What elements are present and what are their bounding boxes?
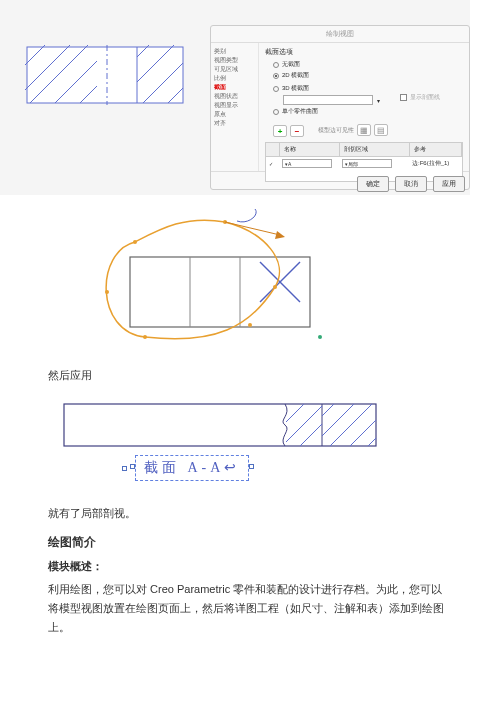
- apply-button[interactable]: 应用: [433, 176, 465, 192]
- svg-point-24: [318, 335, 322, 339]
- radio-no-section[interactable]: 无截面: [273, 60, 463, 69]
- svg-point-21: [105, 290, 109, 294]
- svg-rect-12: [130, 257, 310, 327]
- left-section-drawing: [25, 45, 185, 105]
- module-paragraph: 利用绘图，您可以对 Creo Parametric 零件和装配的设计进行存档。为…: [48, 580, 452, 636]
- svg-point-19: [273, 285, 277, 289]
- edge-vis-opt2[interactable]: ▤: [374, 124, 388, 136]
- after-apply-text: 然后应用: [48, 367, 452, 385]
- section-dialog: 绘制视图 类别 视图类型 可见区域 比例 截面 视图状态 视图显示 原点 对齐 …: [210, 25, 470, 190]
- svg-rect-25: [64, 404, 376, 446]
- th-area[interactable]: 剖切区域: [340, 143, 410, 156]
- sidebar-cat-2[interactable]: 可见区域: [214, 65, 255, 74]
- handle-left[interactable]: [130, 464, 135, 469]
- ok-button[interactable]: 确定: [357, 176, 389, 192]
- svg-point-20: [143, 335, 147, 339]
- cancel-button[interactable]: 取消: [395, 176, 427, 192]
- remove-section-button[interactable]: −: [290, 125, 304, 137]
- svg-point-17: [133, 240, 137, 244]
- dialog-category-sidebar: 类别 视图类型 可见区域 比例 截面 视图状态 视图显示 原点 对齐: [211, 43, 259, 171]
- th-name[interactable]: 名称: [280, 143, 340, 156]
- name-dropdown[interactable]: ▾ A: [282, 159, 332, 168]
- section-label[interactable]: 截面 A-A↩: [135, 455, 249, 481]
- sketch-area: [40, 207, 470, 357]
- radio-2d-section[interactable]: 2D 横截面: [273, 71, 463, 80]
- ref-cell: 边:F6(拉伸_1): [409, 158, 452, 169]
- sidebar-cat-3[interactable]: 比例: [214, 74, 255, 83]
- sidebar-cat-7[interactable]: 原点: [214, 110, 255, 119]
- dialog-title: 绘制视图: [211, 26, 469, 43]
- svg-rect-0: [27, 47, 183, 103]
- section-options-heading: 截面选项: [265, 47, 463, 57]
- area-dropdown[interactable]: ▾ 局部: [342, 159, 392, 168]
- result-figure: 截面 A-A↩: [60, 400, 452, 495]
- result-text: 就有了局部剖视。: [48, 505, 452, 523]
- 3d-section-input[interactable]: [283, 95, 373, 105]
- handle-outer[interactable]: [122, 466, 127, 471]
- model-edge-label: 模型边可见性: [318, 126, 354, 135]
- module-heading: 模块概述：: [48, 559, 452, 574]
- edge-vis-opt1[interactable]: ▦: [357, 124, 371, 136]
- intro-heading: 绘图简介: [48, 534, 452, 551]
- radio-3d-section[interactable]: 3D 横截面: [273, 84, 380, 93]
- th-expand: [266, 143, 280, 156]
- svg-point-22: [248, 323, 252, 327]
- show-hatch-checkbox[interactable]: [400, 94, 407, 101]
- sidebar-cat-5[interactable]: 视图状态: [214, 92, 255, 101]
- handle-right[interactable]: [249, 464, 254, 469]
- top-figure-area: 绘制视图 类别 视图类型 可见区域 比例 截面 视图状态 视图显示 原点 对齐 …: [0, 0, 470, 195]
- sidebar-cat-8[interactable]: 对齐: [214, 119, 255, 128]
- table-row[interactable]: ✓ ▾ A ▾ 局部 边:F6(拉伸_1): [266, 157, 462, 170]
- th-ref[interactable]: 参考: [410, 143, 462, 156]
- sidebar-cat-6[interactable]: 视图显示: [214, 101, 255, 110]
- sidebar-cat-1[interactable]: 视图类型: [214, 56, 255, 65]
- sidebar-cat-0[interactable]: 类别: [214, 47, 255, 56]
- add-section-button[interactable]: +: [273, 125, 287, 137]
- radio-single-part[interactable]: 单个零件曲面: [273, 107, 380, 116]
- dialog-main-panel: 截面选项 无截面 2D 横截面 3D 横截面 ▾ 单个零件曲面 显示剖面线 +: [259, 43, 469, 171]
- sidebar-cat-4[interactable]: 截面: [214, 83, 255, 92]
